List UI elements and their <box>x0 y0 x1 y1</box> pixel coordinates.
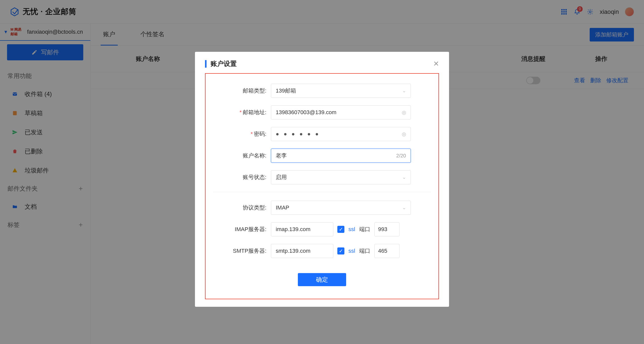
modal-title-accent <box>205 60 207 68</box>
imap-ssl-checkbox[interactable]: ✓ <box>337 226 344 233</box>
smtp-server-input[interactable]: smtp.139.com <box>271 244 333 258</box>
modal-overlay[interactable]: 账户设置 ✕ 邮箱类型: 139邮箱 ⌄ *邮箱地址: 13983607003@… <box>0 0 644 344</box>
ssl-label: ssl <box>348 226 355 233</box>
account-status-select[interactable]: 启用 ⌄ <box>271 170 411 184</box>
confirm-button[interactable]: 确定 <box>298 273 346 286</box>
chevron-down-icon: ⌄ <box>402 175 406 180</box>
label-smtp-server: SMTP服务器: <box>213 247 271 255</box>
label-account-status: 账号状态: <box>213 174 271 181</box>
label-protocol: 协议类型: <box>213 204 271 211</box>
mail-type-select[interactable]: 139邮箱 ⌄ <box>271 84 411 98</box>
char-counter: 2/20 <box>396 153 406 159</box>
smtp-ssl-checkbox[interactable]: ✓ <box>337 247 344 254</box>
modal-body: 邮箱类型: 139邮箱 ⌄ *邮箱地址: 13983607003@139.com… <box>205 73 439 299</box>
protocol-select[interactable]: IMAP ⌄ <box>271 201 411 215</box>
chevron-down-icon: ⌄ <box>402 88 406 94</box>
chevron-down-icon: ⌄ <box>402 205 406 210</box>
divider <box>213 192 431 192</box>
label-mail-addr: *邮箱地址: <box>213 109 271 116</box>
label-account-name: 账户名称: <box>213 152 271 159</box>
label-password: *密码: <box>213 130 271 138</box>
ssl-label: ssl <box>348 248 355 254</box>
imap-port-input[interactable]: 993 <box>374 222 399 236</box>
check-circle-icon: ◎ <box>402 109 406 115</box>
password-input[interactable]: ● ● ● ● ● ● ◎ <box>271 127 411 141</box>
modal-header: 账户设置 ✕ <box>195 52 449 73</box>
label-mail-type: 邮箱类型: <box>213 87 271 95</box>
confirm-row: 确定 <box>213 273 431 286</box>
check-circle-icon: ◎ <box>402 131 406 137</box>
account-settings-modal: 账户设置 ✕ 邮箱类型: 139邮箱 ⌄ *邮箱地址: 13983607003@… <box>195 52 449 307</box>
smtp-port-input[interactable]: 465 <box>374 244 399 258</box>
row-account-status: 账号状态: 启用 ⌄ <box>213 170 431 184</box>
row-account-name: 账户名称: 老李 2/20 <box>213 149 431 163</box>
imap-server-input[interactable]: imap.139.com <box>271 222 333 236</box>
account-name-input[interactable]: 老李 2/20 <box>271 149 411 163</box>
row-mail-addr: *邮箱地址: 13983607003@139.com ◎ <box>213 105 431 119</box>
row-protocol: 协议类型: IMAP ⌄ <box>213 201 431 215</box>
label-imap-server: IMAP服务器: <box>213 226 271 233</box>
row-mail-type: 邮箱类型: 139邮箱 ⌄ <box>213 84 431 98</box>
row-password: *密码: ● ● ● ● ● ● ◎ <box>213 127 431 141</box>
row-imap-server: IMAP服务器: imap.139.com ✓ ssl 端口 993 <box>213 222 431 236</box>
port-label: 端口 <box>359 226 370 233</box>
modal-title: 账户设置 <box>211 59 237 68</box>
mail-address-input[interactable]: 13983607003@139.com ◎ <box>271 105 411 119</box>
row-smtp-server: SMTP服务器: smtp.139.com ✓ ssl 端口 465 <box>213 244 431 258</box>
close-icon[interactable]: ✕ <box>433 60 439 68</box>
port-label: 端口 <box>359 247 370 255</box>
